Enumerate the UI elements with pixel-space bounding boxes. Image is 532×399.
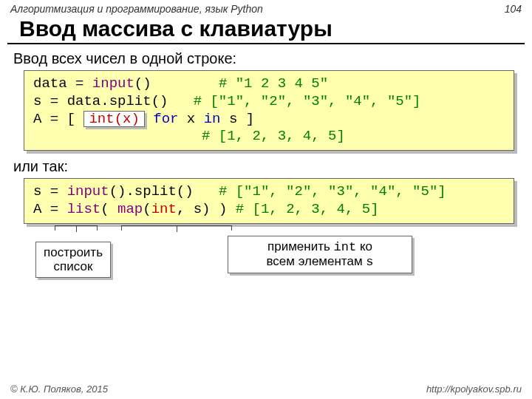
code-t: int(x) [89, 111, 139, 127]
code-comment: # [1, 2, 3, 4, 5] [202, 128, 345, 144]
code-t [145, 111, 153, 127]
code-t: s [33, 183, 41, 200]
lead-text-1: Ввод всех чисел в одной строке: [13, 50, 519, 67]
code-block-1: data = input() # "1 2 3 4 5" s = data.sp… [24, 70, 514, 151]
code-t: ( [100, 201, 117, 217]
callout-text: построить [44, 245, 103, 259]
callout-text: ко [356, 239, 372, 253]
slide-footer: © К.Ю. Поляков, 2015 http://kpolyakov.sp… [0, 383, 532, 395]
callout-left: построить список [35, 242, 111, 278]
slide-body: Ввод всех чисел в одной строке: data = i… [0, 49, 532, 283]
code-t: x [178, 111, 203, 127]
copyright: © К.Ю. Поляков, 2015 [10, 383, 108, 395]
callout-right: применить int ко всем элементам s [228, 236, 412, 273]
code-t: s [33, 93, 41, 109]
slide-header: Алгоритмизация и программирование, язык … [0, 0, 532, 15]
callout-text: применить [267, 239, 334, 253]
footer-url: http://kpolyakov.spb.ru [426, 383, 522, 395]
code-t: map [117, 201, 143, 217]
callout-code: s [366, 255, 373, 269]
code-t: , s) ) [177, 201, 236, 217]
code-block-2: s = input().split() # ["1", "2", "3", "4… [24, 178, 514, 224]
callout-text: список [54, 259, 93, 273]
course-title: Алгоритмизация и программирование, язык … [10, 3, 263, 15]
slide-title: Ввод массива с клавиатуры [7, 15, 525, 44]
code-t: ( [143, 201, 151, 217]
code-comment: # ["1", "2", "3", "4", "5"] [194, 93, 421, 109]
callout-code: int [334, 240, 357, 254]
code-t: = [41, 183, 66, 200]
brace-right [121, 225, 232, 230]
code-t: int [151, 201, 177, 217]
code-t: = [67, 75, 92, 92]
code-t: ().split() [109, 183, 219, 200]
code-t: () [134, 75, 219, 92]
code-comment: # "1 2 3 4 5" [219, 75, 328, 92]
code-kw: for [153, 111, 178, 127]
callouts-area: построить список применить int ко всем э… [13, 231, 519, 283]
page-number: 104 [505, 3, 522, 15]
slide: Алгоритмизация и программирование, язык … [0, 0, 532, 399]
code-t: = [41, 93, 66, 109]
code-comment: # ["1", "2", "3", "4", "5"] [219, 183, 446, 200]
code-t [33, 128, 202, 144]
code-kw: in [204, 111, 221, 127]
code-t: A [33, 111, 41, 127]
code-t: s ] [221, 111, 255, 127]
code-t: input [67, 183, 109, 200]
code-t: input [92, 75, 134, 92]
code-t: data.split() [67, 93, 194, 109]
code-t: list [67, 201, 101, 217]
code-t: = [41, 201, 66, 217]
callout-text: всем элементам [266, 254, 366, 268]
code-t: A [33, 201, 41, 217]
brace-left [55, 225, 98, 230]
highlight-intx: int(x) [83, 111, 144, 128]
or-text: или так: [13, 158, 519, 175]
code-t: = [ [41, 111, 83, 127]
code-comment: # [1, 2, 3, 4, 5] [236, 201, 379, 217]
code-t: data [33, 75, 67, 92]
